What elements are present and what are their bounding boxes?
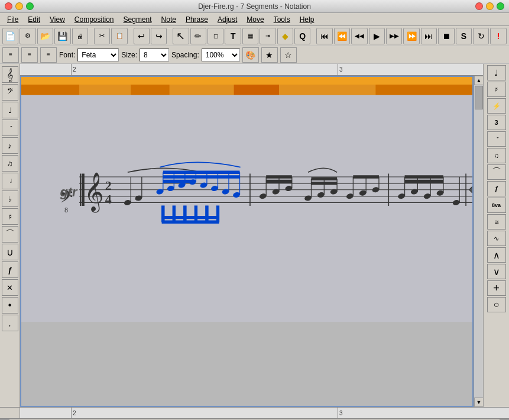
prev-button[interactable]: ⏪ xyxy=(334,28,350,44)
print-button[interactable]: 🖨 xyxy=(72,28,88,44)
rp-circle[interactable]: ○ xyxy=(487,297,506,312)
font-label: Font: xyxy=(59,51,75,59)
scroll-down-button[interactable]: ▼ xyxy=(474,398,484,407)
play-button[interactable]: ▶ xyxy=(369,28,385,44)
spacing-select[interactable]: 100% xyxy=(202,49,240,62)
grid-tool[interactable]: ▦ xyxy=(242,28,258,44)
view-toggle-3[interactable]: ≡ xyxy=(40,47,57,63)
menu-segment[interactable]: Segment xyxy=(119,14,157,25)
rp-lightning[interactable]: ⚡ xyxy=(487,98,506,114)
rp-notes3[interactable]: ♫ xyxy=(487,148,506,163)
pencil-tool[interactable]: ✏ xyxy=(190,28,206,44)
star-button-2[interactable]: ☆ xyxy=(280,47,297,63)
size-label: Size: xyxy=(121,51,137,59)
rewind-button[interactable]: ⏮ xyxy=(316,28,332,44)
tool-comma[interactable]: , xyxy=(2,315,18,331)
stop-button[interactable]: ⏹ xyxy=(438,28,454,44)
rp-trem[interactable]: ≋ xyxy=(487,214,506,230)
rp-dynamic[interactable]: ƒ xyxy=(487,181,506,196)
cut-button[interactable]: ✂ xyxy=(94,28,110,44)
close-button-right[interactable] xyxy=(475,2,483,10)
select-tool[interactable]: ↖ xyxy=(173,28,189,44)
close-button[interactable] xyxy=(5,2,12,10)
window-controls-right[interactable] xyxy=(475,2,504,10)
size-select[interactable]: 8 xyxy=(140,49,169,62)
tool-note3[interactable]: ♫ xyxy=(2,155,18,172)
settings-button[interactable]: ⚙ xyxy=(20,28,35,44)
end-button[interactable]: ⏭ xyxy=(421,28,437,44)
menu-file[interactable]: File xyxy=(2,14,23,25)
eraser-tool[interactable]: ◻ xyxy=(208,28,223,44)
menu-composition[interactable]: Composition xyxy=(70,14,119,25)
ruler-mark-2: 2 xyxy=(71,64,76,75)
palette-button[interactable]: 🎨 xyxy=(242,47,259,63)
text-tool[interactable]: T xyxy=(225,28,241,44)
menu-move[interactable]: Move xyxy=(242,14,268,25)
tool-tie[interactable]: ⌒ xyxy=(2,226,18,243)
redo-button[interactable]: ↪ xyxy=(151,28,167,44)
maximize-button[interactable] xyxy=(26,2,34,10)
menu-help[interactable]: Help xyxy=(295,14,319,25)
quantize-tool[interactable]: Q xyxy=(294,28,310,44)
open-button[interactable]: 📂 xyxy=(37,28,53,44)
scroll-thumb[interactable] xyxy=(475,86,483,109)
back-button[interactable]: ◀◀ xyxy=(351,28,367,44)
new-button[interactable]: 📄 xyxy=(2,28,18,44)
step-tool[interactable]: ⇥ xyxy=(260,28,275,44)
minimize-button[interactable] xyxy=(15,2,23,10)
loop-button[interactable]: ↻ xyxy=(473,28,489,44)
rp-up[interactable]: ∧ xyxy=(487,247,506,263)
menu-adjust[interactable]: Adjust xyxy=(213,14,242,25)
rp-slur[interactable]: ⌒ xyxy=(487,164,506,180)
menu-view[interactable]: View xyxy=(45,14,70,25)
maximize-button-right[interactable] xyxy=(497,2,504,10)
score-viewport[interactable]: 𝄢 gtr 8 𝄞 2 4 xyxy=(20,76,474,407)
tool-sharp[interactable]: ♯ xyxy=(2,208,18,225)
next-button[interactable]: ⏩ xyxy=(403,28,419,44)
view-toggle-1[interactable]: ≡ xyxy=(2,47,19,63)
menu-edit[interactable]: Edit xyxy=(23,14,45,25)
menu-note[interactable]: Note xyxy=(157,14,181,25)
tool-half-note[interactable]: 𝅗𝅥 xyxy=(2,173,18,189)
spacing-label: Spacing: xyxy=(171,51,199,59)
tool-flat[interactable]: ♭ xyxy=(2,190,18,207)
svg-text:gtr: gtr xyxy=(59,185,78,199)
tool-rest[interactable]: 𝄻 xyxy=(2,119,18,136)
menu-phrase[interactable]: Phrase xyxy=(181,14,213,25)
tool-note1[interactable]: ♩ xyxy=(2,102,18,118)
save-button[interactable]: 💾 xyxy=(54,28,70,44)
treble-clef-tool[interactable]: 𝄞 xyxy=(2,66,18,83)
minimize-button-right[interactable] xyxy=(486,2,494,10)
tool-note2[interactable]: ♪ xyxy=(2,137,18,154)
rp-rest[interactable]: 𝄻 xyxy=(487,131,506,147)
solo-button[interactable]: S xyxy=(456,28,472,44)
star-button-1[interactable]: ★ xyxy=(261,47,278,63)
tool-slur[interactable]: ∪ xyxy=(2,244,18,260)
rp-note1[interactable]: ♩ xyxy=(487,65,506,80)
fwd-button[interactable]: ▶▶ xyxy=(386,28,402,44)
tool-dynamic[interactable]: ƒ xyxy=(2,261,18,278)
rp-plus[interactable]: + xyxy=(487,280,506,296)
diamond-tool[interactable]: ◆ xyxy=(277,28,293,44)
scroll-track[interactable] xyxy=(474,85,483,398)
tool-dot[interactable]: • xyxy=(2,297,18,314)
svg-rect-3 xyxy=(21,85,79,95)
rp-8va[interactable]: 8va xyxy=(487,198,506,213)
svg-text:2: 2 xyxy=(105,179,112,193)
view-toggle-2[interactable]: ≡ xyxy=(21,47,38,63)
rp-triplet[interactable]: 3 xyxy=(487,115,506,130)
tool-mute[interactable]: ✕ xyxy=(2,279,18,296)
rp-down[interactable]: ∨ xyxy=(487,264,506,279)
bass-clef-tool[interactable]: 𝄢 xyxy=(2,84,18,101)
rp-sharp[interactable]: ♯ xyxy=(487,82,506,97)
vertical-scrollbar[interactable]: ▲ ▼ xyxy=(474,76,483,407)
font-select[interactable]: Feta xyxy=(77,49,119,62)
window-controls-left[interactable] xyxy=(5,2,34,10)
rp-wavy[interactable]: ∿ xyxy=(487,231,506,246)
copy-button[interactable]: 📋 xyxy=(111,28,127,44)
scroll-up-button[interactable]: ▲ xyxy=(474,76,484,85)
menu-tools[interactable]: Tools xyxy=(269,14,295,25)
undo-button[interactable]: ↩ xyxy=(134,28,150,44)
panic-button[interactable]: ! xyxy=(490,28,506,44)
notation-area: 2 3 xyxy=(20,64,483,407)
